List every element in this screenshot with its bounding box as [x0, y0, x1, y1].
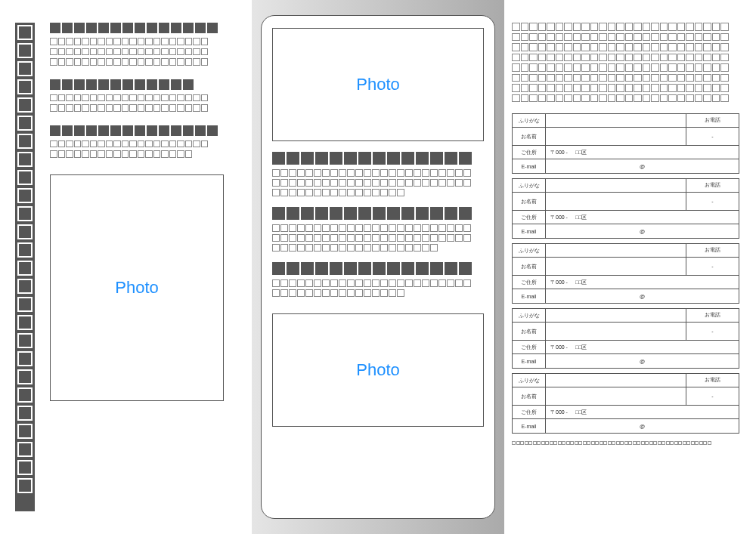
strip-box [17, 43, 33, 58]
panel-middle: Photo Photo [261, 15, 495, 519]
body-row [272, 279, 484, 287]
label-name: お名前 [513, 323, 546, 340]
field-name[interactable] [546, 193, 686, 210]
heading-row [50, 125, 237, 136]
label-email: E-mail [513, 419, 546, 433]
body-row [512, 23, 739, 31]
field-address[interactable]: 〒000 -□□区 [546, 341, 739, 353]
field-email[interactable]: @ [546, 224, 739, 238]
label-furigana: ふりがな [513, 374, 546, 387]
field-tel[interactable]: - [686, 258, 739, 275]
strip-box [17, 442, 33, 457]
label-name: お名前 [513, 193, 546, 210]
field-furigana[interactable] [546, 309, 686, 322]
panel-middle-wrap: Photo Photo [252, 0, 504, 534]
body-row [50, 58, 237, 66]
strip-box [17, 406, 33, 421]
contact-block: ふりがなお電話お名前-ご住所〒000 -□□区E-mail@ [512, 113, 739, 174]
field-address[interactable]: 〒000 -□□区 [546, 406, 739, 418]
label-tel: お電話 [686, 244, 739, 257]
strip-box [17, 279, 33, 294]
body-row [50, 48, 237, 56]
text-section [50, 23, 237, 66]
strip-box [17, 170, 33, 185]
strip-box [17, 61, 33, 76]
body-row [272, 234, 484, 242]
field-furigana[interactable] [546, 374, 686, 387]
label-email: E-mail [513, 159, 546, 173]
label-furigana: ふりがな [513, 114, 546, 127]
text-section [272, 262, 484, 297]
field-name[interactable] [546, 258, 686, 275]
field-address[interactable]: 〒000 -□□区 [546, 211, 739, 224]
strip-box [17, 460, 33, 475]
field-furigana[interactable] [546, 179, 686, 192]
label-furigana: ふりがな [513, 244, 546, 257]
label-furigana: ふりがな [513, 309, 546, 322]
strip-box [17, 387, 33, 403]
strip-box [17, 315, 33, 330]
body-row [50, 104, 237, 112]
field-furigana[interactable] [546, 244, 686, 257]
contact-block: ふりがなお電話お名前-ご住所〒000 -□□区E-mail@ [512, 178, 739, 239]
body-row [512, 54, 739, 62]
left-strip [15, 23, 35, 511]
label-name: お名前 [513, 128, 546, 145]
body-row [272, 189, 484, 196]
strip-box [17, 188, 33, 203]
panel-right: ふりがなお電話お名前-ご住所〒000 -□□区E-mail@ふりがなお電話お名前… [504, 0, 756, 534]
field-tel[interactable]: - [686, 128, 739, 145]
label-tel: お電話 [686, 114, 739, 127]
body-row [50, 94, 237, 102]
body-row [272, 179, 484, 187]
field-email[interactable]: @ [546, 419, 739, 433]
photo-label: Photo [356, 75, 400, 94]
heading-row [272, 262, 484, 275]
text-section [272, 152, 484, 196]
body-row [272, 289, 484, 297]
body-row [512, 94, 739, 103]
label-furigana: ふりがな [513, 179, 546, 192]
field-email[interactable]: @ [546, 354, 739, 368]
field-name[interactable] [546, 387, 686, 405]
label-tel: お電話 [686, 309, 739, 322]
field-name[interactable] [546, 128, 686, 145]
field-tel[interactable]: - [686, 387, 739, 405]
strip-box [17, 97, 33, 113]
label-tel: お電話 [686, 374, 739, 387]
strip-box [17, 351, 33, 366]
field-email[interactable]: @ [546, 289, 739, 303]
photo-label: Photo [115, 278, 159, 298]
field-furigana[interactable] [546, 114, 686, 127]
label-name: お名前 [513, 258, 546, 275]
strip-box [17, 206, 33, 221]
label-address: ご住所 [513, 146, 546, 159]
field-address[interactable]: 〒000 -□□区 [546, 146, 739, 159]
body-row [512, 74, 739, 82]
heading-row [50, 23, 237, 33]
contact-block: ふりがなお電話お名前-ご住所〒000 -□□区E-mail@ [512, 308, 739, 369]
photo-placeholder-mid-top: Photo [272, 28, 484, 141]
label-address: ご住所 [513, 211, 546, 224]
body-row [512, 43, 739, 51]
strip-box [17, 297, 33, 312]
field-email[interactable]: @ [546, 159, 739, 173]
strip-box [17, 369, 33, 384]
strip-box [17, 333, 33, 348]
field-name[interactable] [546, 323, 686, 340]
field-tel[interactable]: - [686, 193, 739, 210]
label-address: ご住所 [513, 276, 546, 289]
text-section [272, 207, 484, 252]
contact-block: ふりがなお電話お名前-ご住所〒000 -□□区E-mail@ [512, 373, 739, 434]
field-address[interactable]: 〒000 -□□区 [546, 276, 739, 289]
field-tel[interactable]: - [686, 323, 739, 340]
text-section [50, 79, 237, 112]
photo-placeholder-mid-bottom: Photo [272, 313, 484, 427]
heading-row [50, 79, 237, 90]
body-row [272, 224, 484, 232]
label-tel: お電話 [686, 179, 739, 192]
strip-box [17, 224, 33, 239]
right-top-text [512, 23, 739, 104]
label-email: E-mail [513, 224, 546, 238]
label-email: E-mail [513, 354, 546, 368]
